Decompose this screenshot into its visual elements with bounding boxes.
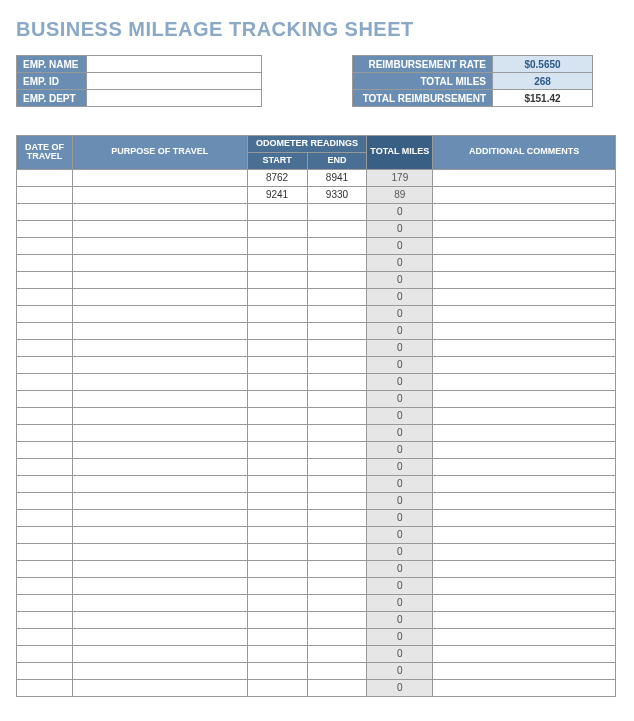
date-cell[interactable] — [17, 322, 73, 339]
date-cell[interactable] — [17, 543, 73, 560]
comments-cell[interactable] — [433, 458, 616, 475]
purpose-cell[interactable] — [72, 220, 247, 237]
odo-end-cell[interactable] — [307, 560, 367, 577]
date-cell[interactable] — [17, 679, 73, 696]
odo-start-cell[interactable]: 8762 — [247, 169, 307, 186]
odo-end-cell[interactable] — [307, 322, 367, 339]
odo-end-cell[interactable] — [307, 339, 367, 356]
odo-end-cell[interactable] — [307, 543, 367, 560]
date-cell[interactable] — [17, 611, 73, 628]
odo-end-cell[interactable] — [307, 237, 367, 254]
purpose-cell[interactable] — [72, 407, 247, 424]
odo-start-cell[interactable] — [247, 543, 307, 560]
date-cell[interactable] — [17, 492, 73, 509]
comments-cell[interactable] — [433, 305, 616, 322]
purpose-cell[interactable] — [72, 509, 247, 526]
odo-end-cell[interactable]: 9330 — [307, 186, 367, 203]
comments-cell[interactable] — [433, 475, 616, 492]
purpose-cell[interactable] — [72, 594, 247, 611]
date-cell[interactable] — [17, 305, 73, 322]
comments-cell[interactable] — [433, 441, 616, 458]
odo-end-cell[interactable] — [307, 288, 367, 305]
purpose-cell[interactable] — [72, 492, 247, 509]
comments-cell[interactable] — [433, 407, 616, 424]
comments-cell[interactable] — [433, 577, 616, 594]
odo-end-cell[interactable] — [307, 492, 367, 509]
odo-start-cell[interactable] — [247, 424, 307, 441]
date-cell[interactable] — [17, 441, 73, 458]
date-cell[interactable] — [17, 220, 73, 237]
odo-start-cell[interactable] — [247, 288, 307, 305]
comments-cell[interactable] — [433, 288, 616, 305]
date-cell[interactable] — [17, 577, 73, 594]
date-cell[interactable] — [17, 662, 73, 679]
odo-end-cell[interactable] — [307, 611, 367, 628]
odo-start-cell[interactable] — [247, 679, 307, 696]
comments-cell[interactable] — [433, 186, 616, 203]
odo-start-cell[interactable] — [247, 339, 307, 356]
purpose-cell[interactable] — [72, 424, 247, 441]
odo-start-cell[interactable] — [247, 526, 307, 543]
odo-end-cell[interactable] — [307, 458, 367, 475]
date-cell[interactable] — [17, 390, 73, 407]
comments-cell[interactable] — [433, 203, 616, 220]
odo-end-cell[interactable] — [307, 356, 367, 373]
odo-start-cell[interactable] — [247, 220, 307, 237]
purpose-cell[interactable] — [72, 203, 247, 220]
odo-start-cell[interactable] — [247, 322, 307, 339]
date-cell[interactable] — [17, 628, 73, 645]
purpose-cell[interactable] — [72, 441, 247, 458]
purpose-cell[interactable] — [72, 339, 247, 356]
odo-end-cell[interactable] — [307, 594, 367, 611]
odo-end-cell[interactable] — [307, 628, 367, 645]
comments-cell[interactable] — [433, 390, 616, 407]
purpose-cell[interactable] — [72, 645, 247, 662]
odo-start-cell[interactable] — [247, 662, 307, 679]
date-cell[interactable] — [17, 424, 73, 441]
comments-cell[interactable] — [433, 492, 616, 509]
odo-end-cell[interactable] — [307, 305, 367, 322]
date-cell[interactable] — [17, 407, 73, 424]
purpose-cell[interactable] — [72, 237, 247, 254]
purpose-cell[interactable] — [72, 475, 247, 492]
purpose-cell[interactable] — [72, 254, 247, 271]
purpose-cell[interactable] — [72, 288, 247, 305]
odo-end-cell[interactable] — [307, 407, 367, 424]
comments-cell[interactable] — [433, 339, 616, 356]
comments-cell[interactable] — [433, 594, 616, 611]
purpose-cell[interactable] — [72, 577, 247, 594]
odo-start-cell[interactable] — [247, 407, 307, 424]
comments-cell[interactable] — [433, 220, 616, 237]
comments-cell[interactable] — [433, 373, 616, 390]
purpose-cell[interactable] — [72, 543, 247, 560]
odo-end-cell[interactable] — [307, 271, 367, 288]
odo-start-cell[interactable] — [247, 492, 307, 509]
odo-start-cell[interactable] — [247, 254, 307, 271]
odo-start-cell[interactable] — [247, 645, 307, 662]
odo-start-cell[interactable]: 9241 — [247, 186, 307, 203]
date-cell[interactable] — [17, 560, 73, 577]
purpose-cell[interactable] — [72, 322, 247, 339]
odo-start-cell[interactable] — [247, 628, 307, 645]
odo-start-cell[interactable] — [247, 509, 307, 526]
purpose-cell[interactable] — [72, 186, 247, 203]
purpose-cell[interactable] — [72, 390, 247, 407]
date-cell[interactable] — [17, 594, 73, 611]
odo-end-cell[interactable] — [307, 509, 367, 526]
date-cell[interactable] — [17, 526, 73, 543]
purpose-cell[interactable] — [72, 356, 247, 373]
purpose-cell[interactable] — [72, 526, 247, 543]
date-cell[interactable] — [17, 271, 73, 288]
odo-end-cell[interactable] — [307, 662, 367, 679]
odo-end-cell[interactable] — [307, 373, 367, 390]
comments-cell[interactable] — [433, 645, 616, 662]
odo-end-cell[interactable] — [307, 475, 367, 492]
emp-id-value[interactable] — [87, 73, 262, 90]
purpose-cell[interactable] — [72, 662, 247, 679]
odo-end-cell[interactable] — [307, 645, 367, 662]
comments-cell[interactable] — [433, 611, 616, 628]
comments-cell[interactable] — [433, 424, 616, 441]
comments-cell[interactable] — [433, 254, 616, 271]
odo-start-cell[interactable] — [247, 458, 307, 475]
comments-cell[interactable] — [433, 628, 616, 645]
